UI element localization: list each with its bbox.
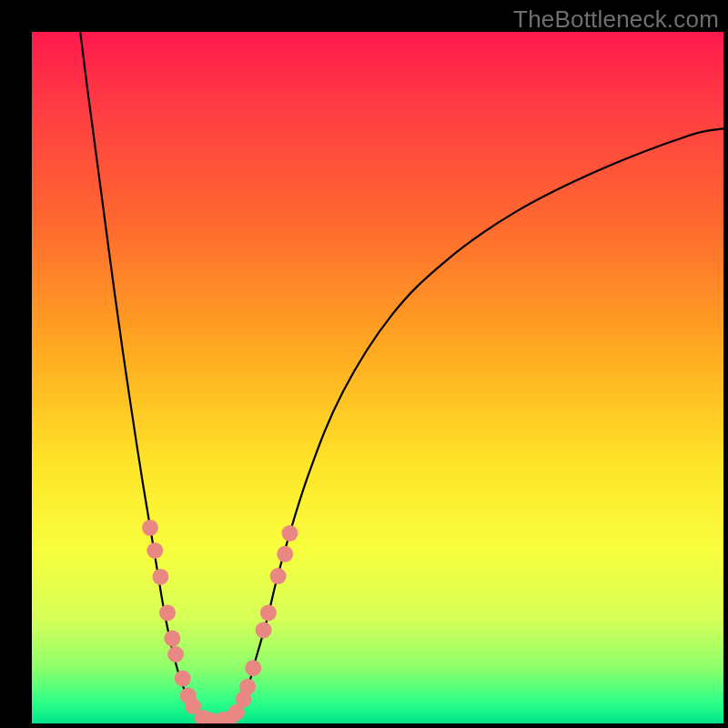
curve-right xyxy=(232,128,723,723)
curve-left xyxy=(80,32,211,723)
chart-frame: TheBottleneck.com xyxy=(0,0,728,728)
marker-dot xyxy=(159,604,176,621)
marker-dot xyxy=(281,525,298,541)
marker-dot xyxy=(256,622,272,638)
marker-dot xyxy=(270,568,287,584)
branding-watermark: TheBottleneck.com xyxy=(513,5,719,34)
plot-area xyxy=(32,32,723,723)
marker-dot xyxy=(152,569,168,585)
marker-dot xyxy=(147,542,163,559)
plot-svg xyxy=(32,32,723,723)
marker-dot xyxy=(175,671,191,687)
marker-dot xyxy=(142,520,158,536)
marker-dot xyxy=(164,631,180,647)
marker-dot xyxy=(167,646,184,662)
marker-dot xyxy=(239,679,256,695)
marker-dot xyxy=(260,604,277,621)
marker-dot xyxy=(245,660,261,676)
marker-dot xyxy=(277,546,293,562)
